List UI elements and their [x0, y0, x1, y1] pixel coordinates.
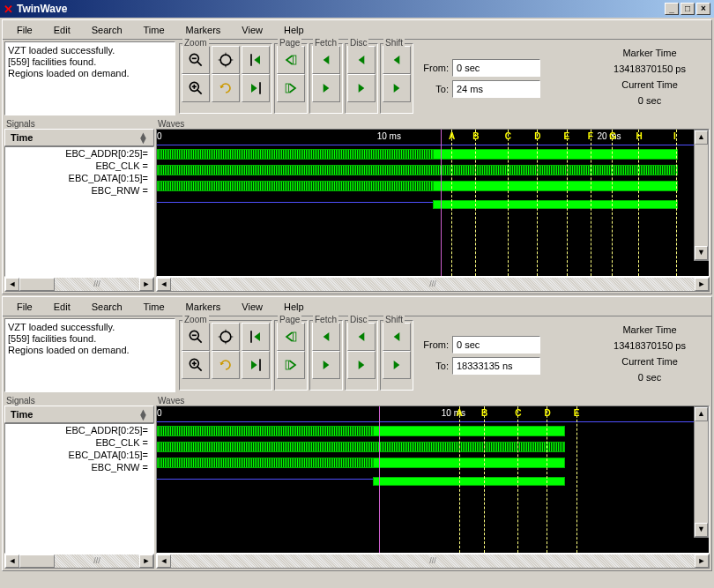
menu-time[interactable]: Time	[135, 300, 174, 314]
shift-right-button[interactable]	[383, 74, 411, 102]
waves-hscroll[interactable]: ◄ /// ►	[156, 554, 710, 569]
page-right-button[interactable]	[277, 351, 305, 379]
zoom-out-button[interactable]	[182, 46, 210, 74]
sort-icon[interactable]: ▲▼	[138, 409, 148, 420]
shift-left-button[interactable]	[383, 46, 411, 74]
toolbar: Zoom Page Fetch	[177, 316, 588, 394]
from-label: From:	[419, 339, 449, 350]
menu-edit[interactable]: Edit	[45, 300, 79, 314]
menu-search[interactable]: Search	[83, 23, 131, 37]
signal-row[interactable]: EBC_ADDR[0:25]=	[5, 424, 153, 436]
menu-markers[interactable]: Markers	[177, 23, 230, 37]
signals-list[interactable]: EBC_ADDR[0:25]= EBC_CLK = EBC_DATA[0:15]…	[4, 146, 154, 277]
from-input[interactable]	[452, 336, 540, 354]
zoom-end-button[interactable]	[242, 351, 270, 379]
page-left-button[interactable]	[277, 46, 305, 74]
status-box: VZT loaded successfully. [559] facilitie…	[4, 318, 175, 392]
menu-view[interactable]: View	[233, 23, 271, 37]
waves-canvas[interactable]: ▲▼010 ms20 msABCDEFGHI	[156, 129, 710, 277]
scroll-thumb[interactable]	[19, 555, 55, 568]
zoom-in-button[interactable]	[182, 351, 210, 379]
menu-help[interactable]: Help	[275, 23, 313, 37]
svg-point-3	[220, 55, 231, 65]
scroll-left-icon[interactable]: ◄	[5, 278, 19, 291]
signals-hscroll[interactable]: ◄ /// ►	[4, 277, 154, 292]
to-input[interactable]	[452, 80, 540, 98]
from-input[interactable]	[452, 59, 540, 77]
disc-left-button[interactable]	[347, 323, 376, 351]
marker-time-value: 13418370150 ps	[599, 61, 701, 77]
fetch-left-button[interactable]	[312, 323, 340, 351]
menu-edit[interactable]: Edit	[45, 23, 79, 37]
signal-row[interactable]: EBC_RNW =	[5, 461, 153, 473]
signal-row[interactable]: EBC_CLK =	[5, 436, 153, 449]
disc-right-button[interactable]	[347, 351, 376, 379]
svg-line-17	[197, 339, 202, 343]
signal-row[interactable]: EBC_DATA[0:15]=	[5, 449, 153, 461]
fetch-right-button[interactable]	[312, 351, 340, 379]
disc-left-button[interactable]	[347, 46, 376, 74]
zoom-in-button[interactable]	[182, 74, 210, 102]
shift-right-button[interactable]	[383, 351, 411, 379]
signals-hscroll[interactable]: ◄ /// ►	[4, 554, 154, 569]
menu-search[interactable]: Search	[83, 300, 131, 314]
scroll-up-icon[interactable]: ▲	[695, 407, 708, 421]
svg-rect-14	[294, 56, 296, 64]
signal-row[interactable]: EBC_RNW =	[5, 184, 153, 197]
to-label: To:	[419, 84, 449, 94]
menu-file[interactable]: File	[8, 23, 41, 37]
marker-info: Marker Time 13418370150 ps Current Time …	[588, 316, 711, 394]
waves-canvas[interactable]: ▲▼010 msABCDE	[156, 406, 710, 554]
scroll-thumb[interactable]	[19, 278, 55, 291]
current-time-value: 0 sec	[599, 369, 701, 385]
zoom-undo-button[interactable]	[212, 351, 240, 379]
sort-icon[interactable]: ▲▼	[138, 132, 148, 143]
disc-right-button[interactable]	[347, 74, 376, 102]
scroll-left-icon[interactable]: ◄	[157, 555, 171, 568]
zoom-end-button[interactable]	[242, 74, 270, 102]
waves-hscroll[interactable]: ◄ /// ►	[156, 277, 710, 292]
zoom-out-button[interactable]	[182, 323, 210, 351]
signals-list[interactable]: EBC_ADDR[0:25]= EBC_CLK = EBC_DATA[0:15]…	[4, 423, 154, 554]
signals-header[interactable]: Time ▲▼	[4, 129, 154, 146]
scroll-up-icon[interactable]: ▲	[695, 130, 708, 145]
signal-row[interactable]: EBC_CLK =	[5, 160, 153, 172]
menu-file[interactable]: File	[8, 300, 41, 314]
menu-view[interactable]: View	[233, 300, 271, 314]
zoom-group: Zoom	[179, 43, 272, 114]
scroll-right-icon[interactable]: ►	[139, 278, 153, 291]
signals-pane: Signals Time ▲▼ EBC_ADDR[0:25]= EBC_CLK …	[4, 119, 154, 292]
zoom-start-button[interactable]	[242, 323, 270, 351]
menu-time[interactable]: Time	[135, 23, 174, 37]
signal-row[interactable]: EBC_ADDR[0:25]=	[5, 147, 153, 160]
shift-left-button[interactable]	[383, 323, 411, 351]
zoom-fit-button[interactable]	[212, 323, 240, 351]
minimize-button[interactable]: _	[665, 3, 679, 15]
scroll-right-icon[interactable]: ►	[695, 555, 709, 568]
page-group: Page	[274, 320, 308, 391]
scroll-left-icon[interactable]: ◄	[157, 278, 171, 291]
menubar-1: File Edit Search Time Markers View Help	[3, 20, 711, 40]
zoom-fit-button[interactable]	[212, 46, 240, 74]
scroll-down-icon[interactable]: ▼	[695, 523, 708, 537]
signals-header[interactable]: Time ▲▼	[4, 406, 154, 423]
window-title: TwinWave	[17, 3, 663, 15]
signal-row[interactable]: EBC_DATA[0:15]=	[5, 172, 153, 184]
page-right-button[interactable]	[277, 74, 305, 102]
scroll-right-icon[interactable]: ►	[695, 278, 709, 291]
menu-help[interactable]: Help	[275, 300, 313, 314]
scroll-right-icon[interactable]: ►	[139, 555, 153, 568]
fetch-left-button[interactable]	[312, 46, 340, 74]
scroll-left-icon[interactable]: ◄	[5, 555, 19, 568]
shift-group: Shift	[380, 43, 413, 114]
close-button[interactable]: ×	[696, 3, 710, 15]
zoom-undo-button[interactable]	[212, 74, 240, 102]
scroll-down-icon[interactable]: ▼	[695, 246, 708, 260]
page-left-button[interactable]	[277, 323, 305, 351]
to-input[interactable]	[452, 357, 540, 375]
maximize-button[interactable]: □	[681, 3, 695, 15]
zoom-start-button[interactable]	[242, 46, 270, 74]
menu-markers[interactable]: Markers	[177, 300, 230, 314]
svg-point-19	[220, 331, 231, 342]
fetch-right-button[interactable]	[312, 74, 340, 102]
